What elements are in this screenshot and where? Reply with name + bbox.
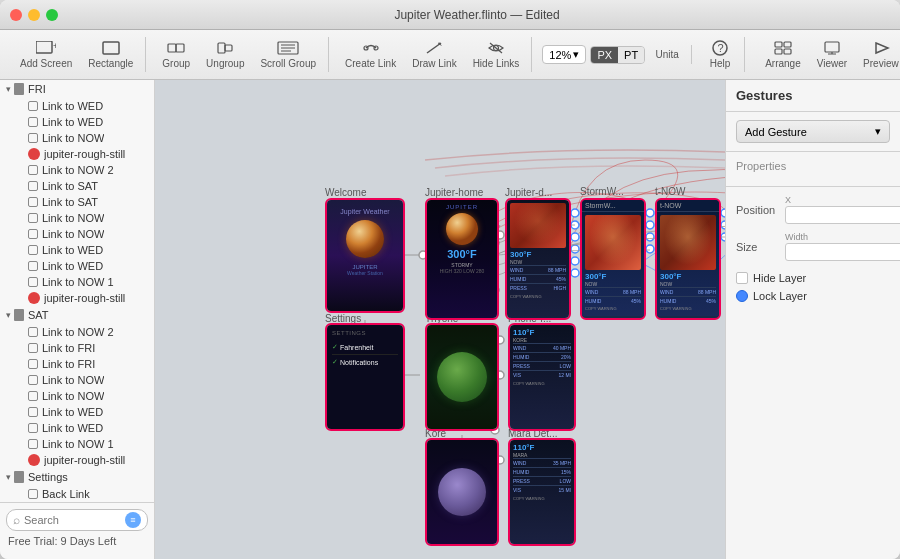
list-item[interactable]: Link to NOW <box>0 226 154 242</box>
jupiter-home-screen[interactable]: JUPITER 300°F STORMY HIGH 320 LOW 280 <box>425 198 499 320</box>
list-item[interactable]: Link to FRI <box>0 356 154 372</box>
sat-section-header[interactable]: ▾ SAT <box>0 306 154 324</box>
zoom-control[interactable]: 12% ▾ <box>542 45 586 64</box>
width-field: Width <box>785 232 900 261</box>
zoom-value: 12% <box>549 49 571 61</box>
properties-label: Properties <box>736 160 890 172</box>
properties-fields: Position X Y Size <box>726 187 900 313</box>
now-body: 300°F NOW WIND88 MPH HUMID45% COPY WARNI… <box>657 212 719 316</box>
link-icon <box>28 327 38 337</box>
list-item[interactable]: Link to NOW <box>0 130 154 146</box>
svg-rect-6 <box>225 45 232 51</box>
hide-layer-checkbox[interactable] <box>736 272 748 284</box>
maximize-button[interactable] <box>46 9 58 21</box>
minimize-button[interactable] <box>28 9 40 21</box>
list-item[interactable]: jupiter-rough-still <box>0 452 154 468</box>
list-item[interactable]: Link to NOW 1 <box>0 274 154 290</box>
kore-screen[interactable] <box>425 438 499 546</box>
pt-button[interactable]: PT <box>618 47 644 63</box>
search-input[interactable] <box>24 514 121 526</box>
list-item[interactable]: Link to FRI <box>0 340 154 356</box>
jupiter-header: JUPITER <box>446 204 478 210</box>
add-shape-button[interactable]: Rectangle <box>82 37 139 72</box>
unita-button[interactable]: Unita <box>649 46 685 63</box>
jupiter-d-screen[interactable]: 300°F NOW WIND88 MPH HUMID45% PRESSHIGH … <box>505 198 571 320</box>
phone-f-screen[interactable]: 110°F KORE WIND40 MPH HUMID20% PRESSLOW … <box>508 323 576 431</box>
link-icon <box>28 359 38 369</box>
list-item[interactable]: Link to SAT <box>0 194 154 210</box>
now-temp: 300°F <box>660 272 716 281</box>
list-item[interactable]: Link to NOW 2 <box>0 162 154 178</box>
welcome-content: Jupiter Weather JUPITER Weather Station <box>327 200 403 311</box>
list-item[interactable]: Link to NOW 2 <box>0 324 154 340</box>
storm-temp: 300°F <box>585 272 641 281</box>
list-item[interactable]: Link to WED <box>0 242 154 258</box>
canvas[interactable]: Welcome Jupiter-home Jupiter-d... StormW… <box>155 80 725 559</box>
list-item[interactable]: Link to SAT <box>0 178 154 194</box>
storm-image <box>510 203 566 248</box>
window-title: Jupiter Weather.flinto — Edited <box>64 8 890 22</box>
svg-point-53 <box>721 221 725 229</box>
search-box[interactable]: ⌕ ≡ <box>6 509 148 531</box>
add-gesture-label: Add Gesture <box>745 126 807 138</box>
asset-icon <box>28 148 40 160</box>
search-button[interactable]: ≡ <box>125 512 141 528</box>
phone-f-content: 110°F KORE WIND40 MPH HUMID20% PRESSLOW … <box>510 325 574 429</box>
unita-label: Unita <box>655 49 678 60</box>
settings-section-header[interactable]: ▾ Settings <box>0 468 154 486</box>
list-item[interactable]: Link to NOW <box>0 372 154 388</box>
svg-rect-0 <box>36 41 52 53</box>
close-button[interactable] <box>10 9 22 21</box>
storm-w-screen[interactable]: StormW... 300°F NOW WIND88 MPH HUMID45% … <box>580 198 646 320</box>
svg-point-52 <box>721 209 725 217</box>
unit-toggle[interactable]: PX PT <box>590 46 645 64</box>
list-item[interactable]: Link to NOW <box>0 210 154 226</box>
link-icon <box>28 117 38 127</box>
hide-links-button[interactable]: Hide Links <box>467 37 526 72</box>
list-item[interactable]: Back Link <box>0 486 154 502</box>
fri-section-header[interactable]: ▾ FRI <box>0 80 154 98</box>
thyone-screen[interactable] <box>425 323 499 431</box>
list-item[interactable]: jupiter-rough-still <box>0 290 154 306</box>
add-screen-label: Add Screen <box>20 58 72 69</box>
hide-layer-row: Hide Layer <box>736 269 890 287</box>
svg-point-45 <box>571 245 579 253</box>
list-item[interactable]: Link to WED <box>0 420 154 436</box>
arrange-button[interactable]: Arrange <box>759 37 807 72</box>
list-item[interactable]: Link to WED <box>0 98 154 114</box>
welcome-screen[interactable]: Jupiter Weather JUPITER Weather Station <box>325 198 405 313</box>
list-item[interactable]: Link to NOW 1 <box>0 436 154 452</box>
svg-text:+: + <box>53 41 56 51</box>
list-item[interactable]: Link to WED <box>0 404 154 420</box>
create-link-button[interactable]: Create Link <box>339 37 402 72</box>
settings-title: SETTINGS <box>332 330 398 336</box>
list-item[interactable]: Link to NOW <box>0 388 154 404</box>
draw-link-button[interactable]: Draw Link <box>406 37 462 72</box>
mara-det-screen[interactable]: 110°F MARA WIND35 MPH HUMID15% PRESSLOW … <box>508 438 576 546</box>
list-item[interactable]: jupiter-rough-still <box>0 146 154 162</box>
settings-screen[interactable]: SETTINGS ✓ Fahrenheit ✓ Notifications <box>325 323 405 431</box>
search-icon: ⌕ <box>13 513 20 527</box>
group-button[interactable]: Group <box>156 37 196 72</box>
scroll-group-button[interactable]: Scroll Group <box>254 37 322 72</box>
ungroup-button[interactable]: Ungroup <box>200 37 250 72</box>
now-screen[interactable]: t-NOW 300°F NOW WIND88 MPH HUMID45% COPY… <box>655 198 721 320</box>
preview-button[interactable]: Preview <box>857 37 900 72</box>
add-screen-button[interactable]: + Add Screen <box>14 37 78 72</box>
viewer-button[interactable]: Viewer <box>811 37 853 72</box>
add-gesture-button[interactable]: Add Gesture ▾ <box>736 120 890 143</box>
px-button[interactable]: PX <box>591 47 618 63</box>
x-input[interactable] <box>785 206 900 224</box>
settings-items: Back Link <box>0 486 154 502</box>
link-icon <box>28 375 38 385</box>
svg-line-13 <box>427 43 441 53</box>
svg-rect-4 <box>176 44 184 52</box>
size-fields: Width 🔒 Height <box>785 232 900 261</box>
storm-image <box>585 215 641 270</box>
help-button[interactable]: ? Help <box>702 37 738 72</box>
width-input[interactable] <box>785 243 900 261</box>
list-item[interactable]: Link to WED <box>0 114 154 130</box>
settings-content: SETTINGS ✓ Fahrenheit ✓ Notifications <box>327 325 403 429</box>
list-item[interactable]: Link to WED <box>0 258 154 274</box>
link-icon <box>28 261 38 271</box>
